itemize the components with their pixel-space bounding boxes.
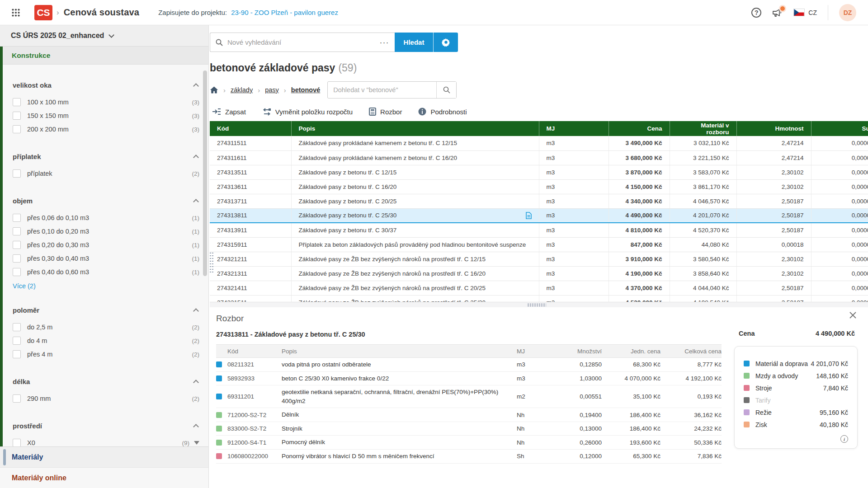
rozbor-item-code[interactable]: 08211321 [227, 361, 254, 368]
item-code[interactable]: 274311611 [210, 150, 291, 165]
table-row[interactable]: 274315911 Příplatek za beton základových… [210, 237, 868, 252]
rozbor-item-code[interactable]: 58932933 [227, 375, 255, 382]
item-code[interactable]: 274313611 [210, 179, 291, 194]
checkbox[interactable] [13, 323, 21, 331]
show-more-link[interactable]: Více (2) [13, 282, 199, 290]
filter-option[interactable]: 150 x 150 mm (3) [13, 109, 199, 122]
rozbor-row[interactable]: 833000-S2-T2 Strojník Nh 0,13000 186,400… [216, 422, 722, 436]
filter-option[interactable]: přes 4 m (2) [13, 347, 199, 361]
table-row[interactable]: 274321411 Základové pasy ze ŽB bez zvýše… [210, 281, 868, 295]
table-row[interactable]: 274321311 Základové pasy ze ŽB bez zvýše… [210, 266, 868, 281]
checkbox[interactable] [13, 125, 21, 133]
col-header-material[interactable]: Materiál v rozboru [670, 121, 736, 136]
filter-option[interactable]: přes 0,40 do 0,60 m3 (1) [13, 265, 199, 279]
podrobnosti-button[interactable]: Podrobnosti [418, 108, 467, 116]
filter-group-header[interactable]: prostředí [13, 421, 199, 431]
item-code[interactable]: 274313811 [210, 208, 291, 223]
item-code[interactable]: 274311511 [210, 136, 291, 150]
item-code[interactable]: 274321311 [210, 266, 291, 281]
item-code[interactable]: 274321411 [210, 281, 291, 295]
filter-option[interactable]: X0 (9) [13, 436, 199, 446]
rozbor-row[interactable]: 912000-S4-T1 Pomocný dělník Nh 0,26000 1… [216, 436, 722, 450]
filter-option[interactable]: přes 0,20 do 0,30 m3 (1) [13, 238, 199, 252]
item-code[interactable]: 274313911 [210, 223, 291, 237]
table-row[interactable]: 274313911 Základové pasy z betonu tř. C … [210, 223, 868, 237]
item-code[interactable]: 274321211 [210, 252, 291, 266]
filter-option[interactable]: do 4 m (2) [13, 334, 199, 347]
panel-resize-handle-vertical[interactable] [209, 252, 214, 272]
filter-option[interactable]: příplatek (2) [13, 167, 199, 180]
rozbor-row[interactable]: 712000-S2-T2 Dělník Nh 0,19400 186,400 K… [216, 408, 722, 422]
rozbor-item-code[interactable]: 69311201 [227, 393, 254, 400]
filter-option[interactable]: 100 x 100 mm (3) [13, 95, 199, 109]
breadcrumb-link[interactable]: pasy [265, 86, 279, 94]
rozbor-row[interactable]: 08211321 voda pitná pro ostatní odběrate… [216, 358, 722, 372]
col-header-hmotnost[interactable]: Hmotnost [736, 121, 811, 136]
filter-group-header[interactable]: velikost oka [13, 80, 199, 90]
close-icon[interactable] [849, 312, 856, 319]
col-header-kod[interactable]: Kód [210, 121, 291, 136]
vymenit-button[interactable]: Vyměnit položku rozpočtu [262, 108, 353, 116]
scroll-down-indicator[interactable] [194, 441, 199, 445]
col-header-mj[interactable]: MJ [539, 121, 609, 136]
checkbox[interactable] [13, 98, 21, 106]
project-link[interactable]: 23-90 - ZOO Plzeň - pavilon guerez [231, 9, 338, 16]
language-selector[interactable]: CZ [793, 9, 817, 16]
col-header-cena[interactable]: Cena [609, 121, 670, 136]
table-row[interactable]: 274313511 Základové pasy z betonu tř. C … [210, 165, 868, 179]
filter-option[interactable]: přes 0,30 do 0,40 m3 (1) [13, 252, 199, 265]
filter-option[interactable]: 290 mm (2) [13, 392, 199, 405]
table-row[interactable]: 274313811 Základové pasy z betonu tř. C … [210, 208, 868, 223]
info-circle-icon[interactable]: i [840, 435, 848, 443]
announcements-button[interactable] [772, 8, 783, 17]
item-code[interactable]: 274321511 [210, 295, 291, 302]
item-code[interactable]: 274313511 [210, 165, 291, 179]
refine-search-input[interactable] [328, 86, 436, 94]
panel-resize-handle-horizontal[interactable] [210, 302, 868, 307]
sidebar-item-materialy[interactable]: Materiály [0, 446, 208, 467]
rozbor-item-code[interactable]: 912000-S4-T1 [227, 439, 266, 446]
sidebar-scrollbar[interactable] [203, 70, 207, 276]
help-icon[interactable]: ? [751, 8, 761, 18]
table-row[interactable]: 274313711 Základové pasy z betonu tř. C … [210, 194, 868, 208]
rozbor-item-code[interactable]: 833000-S2-T2 [227, 425, 266, 432]
col-header-popis[interactable]: Popis [291, 121, 539, 136]
checkbox[interactable] [13, 169, 21, 178]
table-row[interactable]: 274321511 Základové pasy ze ŽB bez zvýše… [210, 295, 868, 302]
filter-group-header[interactable]: délka [13, 376, 199, 386]
item-code[interactable]: 274315911 [210, 237, 291, 252]
home-icon[interactable] [210, 86, 218, 94]
rozbor-item-code[interactable]: 712000-S2-T2 [227, 412, 266, 418]
search-button[interactable]: Hledat [395, 33, 433, 52]
table-row[interactable]: 274311611 Základové pasy prokládané kame… [210, 150, 868, 165]
filter-option[interactable]: do 2,5 m (2) [13, 320, 199, 334]
checkbox[interactable] [13, 268, 21, 276]
filter-option[interactable]: přes 0,06 do 0,10 m3 (1) [13, 211, 199, 225]
checkbox[interactable] [13, 350, 21, 358]
checkbox[interactable] [13, 337, 21, 345]
table-row[interactable]: 274311511 Základové pasy prokládané kame… [210, 136, 868, 150]
dataset-selector[interactable]: CS ÚRS 2025 02_enhanced [0, 25, 208, 47]
ellipsis-icon[interactable]: ... [380, 38, 389, 46]
rozbor-item-code[interactable]: 106080022000 [227, 453, 268, 460]
filter-group-header[interactable]: poloměr [13, 305, 199, 315]
rozbor-row[interactable]: 69311201 geotextilie netkaná separační, … [216, 385, 722, 408]
refine-search-button[interactable] [436, 82, 456, 98]
checkbox[interactable] [13, 439, 21, 446]
breadcrumb-link[interactable]: betonové [291, 86, 320, 94]
sidebar-item-materialy-online[interactable]: Materiály online [0, 467, 208, 488]
section-header-konstrukce[interactable]: Konstrukce [3, 47, 208, 65]
checkbox[interactable] [13, 394, 21, 403]
rozbor-row[interactable]: 58932933 beton C 25/30 X0 kamenivo frakc… [216, 372, 722, 386]
document-icon[interactable] [526, 212, 532, 219]
avatar[interactable]: DZ [839, 4, 856, 21]
checkbox[interactable] [13, 214, 21, 222]
col-header-sut[interactable]: Suť [811, 121, 868, 136]
zapsat-button[interactable]: Zapsat [212, 108, 246, 116]
table-row[interactable]: 274321211 Základové pasy ze ŽB bez zvýše… [210, 252, 868, 266]
filter-option[interactable]: 200 x 200 mm (3) [13, 122, 199, 136]
search-field[interactable]: ... [210, 33, 395, 52]
cs-logo[interactable]: CS [34, 5, 52, 20]
checkbox[interactable] [13, 112, 21, 120]
checkbox[interactable] [13, 254, 21, 263]
